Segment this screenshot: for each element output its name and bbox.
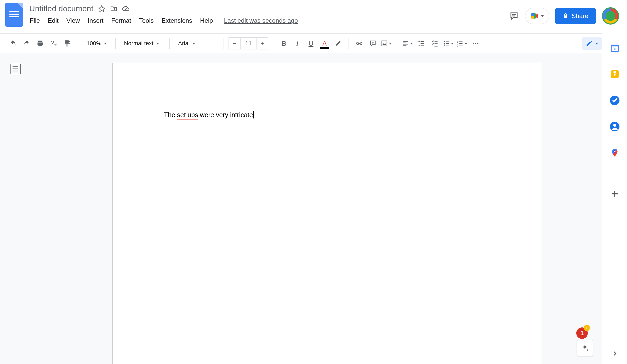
side-panel: 31 — [602, 33, 627, 364]
side-panel-divider — [608, 173, 621, 173]
svg-point-6 — [444, 44, 445, 46]
svg-point-5 — [444, 43, 445, 44]
bold-button[interactable]: B — [278, 38, 289, 49]
cloud-saved-icon[interactable] — [122, 5, 130, 13]
bullet-list-button[interactable] — [443, 38, 454, 49]
dropdown-caret-icon — [595, 43, 598, 44]
line-spacing-button[interactable] — [415, 38, 427, 49]
account-avatar[interactable] — [602, 7, 619, 25]
dropdown-caret-icon — [192, 43, 195, 44]
last-edit-link[interactable]: Last edit was seconds ago — [224, 17, 298, 24]
share-button[interactable]: Share — [555, 8, 596, 24]
svg-rect-1 — [531, 13, 534, 16]
document-canvas: The set ups were very intricate — [31, 53, 622, 364]
notification-plus-label: + — [585, 325, 588, 331]
star-icon[interactable] — [98, 5, 105, 12]
svg-point-11 — [475, 43, 476, 44]
addons-icon[interactable] — [609, 188, 620, 200]
font-size-control: − + — [229, 37, 268, 49]
editing-mode-button[interactable] — [582, 37, 602, 50]
explore-icon — [581, 344, 589, 352]
document-title[interactable]: Untitled document — [29, 4, 93, 13]
dropdown-caret-icon — [541, 15, 544, 17]
pencil-icon — [586, 40, 592, 47]
font-size-increase-button[interactable]: + — [256, 37, 268, 49]
meet-button[interactable] — [525, 8, 549, 24]
toolbar-separator — [224, 38, 224, 49]
paint-format-button[interactable] — [62, 38, 73, 49]
contacts-icon[interactable] — [609, 121, 620, 132]
tasks-icon[interactable] — [609, 95, 620, 106]
outline-rail — [0, 53, 31, 364]
insert-image-button[interactable] — [381, 38, 392, 49]
font-size-decrease-button[interactable]: − — [229, 37, 241, 49]
italic-button[interactable]: I — [292, 38, 303, 49]
numbered-list-button[interactable]: 123 — [456, 38, 468, 49]
document-page[interactable]: The set ups were very intricate — [112, 63, 541, 364]
text-cursor — [253, 111, 254, 118]
dropdown-caret-icon — [464, 43, 468, 44]
side-panel-collapse-icon[interactable] — [609, 348, 620, 359]
menu-edit[interactable]: Edit — [47, 16, 59, 25]
toolbar-separator — [273, 38, 273, 49]
zoom-value: 100% — [87, 40, 101, 47]
notification-count: 1 — [580, 329, 584, 337]
docs-logo-icon[interactable] — [5, 3, 23, 27]
underline-button[interactable]: U — [305, 38, 317, 49]
font-size-input[interactable] — [241, 37, 256, 49]
header-main: Untitled document File Edit View Insert … — [29, 3, 509, 27]
meet-icon — [530, 12, 539, 20]
toolbar-separator — [397, 38, 397, 49]
workspace: The set ups were very intricate — [0, 53, 627, 364]
zoom-select[interactable]: 100% — [83, 40, 111, 47]
menu-help[interactable]: Help — [200, 16, 213, 25]
menu-view[interactable]: View — [66, 16, 81, 25]
align-button[interactable] — [402, 38, 413, 49]
undo-button[interactable] — [7, 38, 19, 49]
move-icon[interactable] — [110, 5, 117, 12]
app-header: Untitled document File Edit View Insert … — [0, 0, 627, 33]
menu-file[interactable]: File — [29, 16, 41, 25]
spellcheck-button[interactable] — [48, 38, 60, 49]
dropdown-caret-icon — [104, 43, 107, 44]
comments-icon[interactable] — [509, 11, 519, 21]
print-button[interactable] — [35, 38, 46, 49]
toolbar: 100% Normal text Arial − + B I U A — [0, 33, 627, 53]
highlight-button[interactable] — [332, 38, 344, 49]
maps-icon[interactable] — [609, 147, 620, 158]
explore-button[interactable] — [577, 340, 593, 356]
toolbar-separator — [78, 38, 78, 49]
svg-text:3: 3 — [457, 44, 458, 47]
menu-extensions[interactable]: Extensions — [161, 16, 193, 25]
lock-icon — [563, 13, 568, 19]
paragraph-style-select[interactable]: Normal text — [120, 40, 165, 47]
svg-text:31: 31 — [612, 47, 617, 51]
document-text-spellerror: set ups — [177, 111, 198, 120]
font-select[interactable]: Arial — [174, 40, 219, 47]
paragraph-style-value: Normal text — [124, 40, 153, 47]
menu-insert[interactable]: Insert — [87, 16, 104, 25]
insert-link-button[interactable] — [354, 38, 365, 49]
svg-point-19 — [613, 124, 616, 127]
svg-rect-3 — [382, 41, 387, 46]
font-value: Arial — [178, 40, 190, 47]
menu-tools[interactable]: Tools — [139, 16, 154, 25]
keep-icon[interactable] — [609, 69, 620, 80]
outline-icon[interactable] — [10, 64, 21, 74]
insert-comment-button[interactable] — [367, 38, 379, 49]
svg-rect-2 — [531, 16, 534, 19]
checklist-button[interactable] — [429, 38, 441, 49]
toolbar-separator — [349, 38, 349, 49]
dropdown-caret-icon — [410, 43, 413, 44]
svg-point-20 — [614, 151, 616, 153]
calendar-icon[interactable]: 31 — [609, 42, 620, 54]
menu-format[interactable]: Format — [111, 16, 132, 25]
text-color-button[interactable]: A — [319, 38, 330, 49]
document-text-before: The — [164, 111, 177, 118]
more-button[interactable] — [470, 38, 481, 49]
toolbar-separator — [115, 38, 116, 49]
svg-point-12 — [477, 43, 478, 44]
svg-point-10 — [473, 43, 474, 44]
dropdown-caret-icon — [389, 43, 392, 44]
redo-button[interactable] — [21, 38, 32, 49]
